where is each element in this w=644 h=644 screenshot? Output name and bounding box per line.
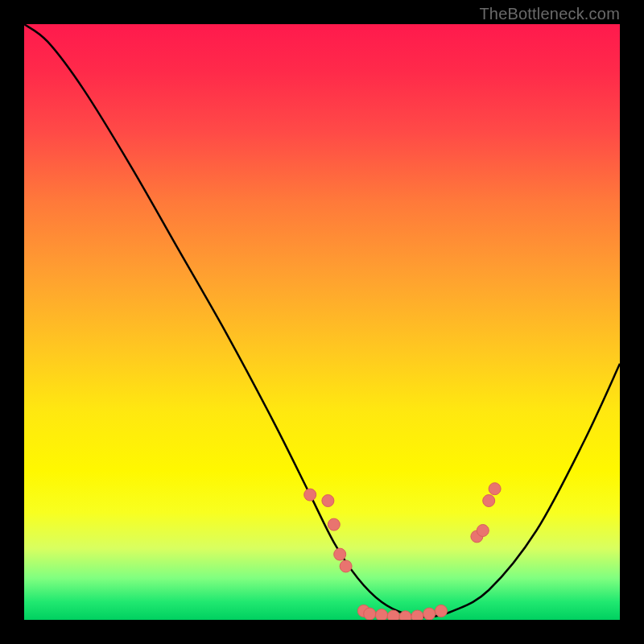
watermark-text: TheBottleneck.com [479, 5, 620, 23]
data-marker [489, 483, 501, 495]
data-marker [328, 518, 340, 530]
data-marker [387, 610, 399, 620]
data-marker [304, 489, 316, 501]
data-marker [477, 525, 489, 537]
data-marker [334, 548, 346, 560]
chart-plot-area [24, 24, 620, 620]
data-marker [483, 495, 495, 507]
data-marker [340, 560, 352, 572]
chart-svg [24, 24, 620, 620]
data-marker [322, 495, 334, 507]
data-marker [411, 610, 423, 620]
data-marker [399, 611, 411, 620]
bottleneck-curve [24, 24, 620, 617]
data-marker [376, 609, 388, 620]
data-marker [364, 608, 376, 620]
data-markers [304, 483, 501, 620]
data-marker [423, 608, 436, 620]
data-marker [436, 605, 448, 617]
